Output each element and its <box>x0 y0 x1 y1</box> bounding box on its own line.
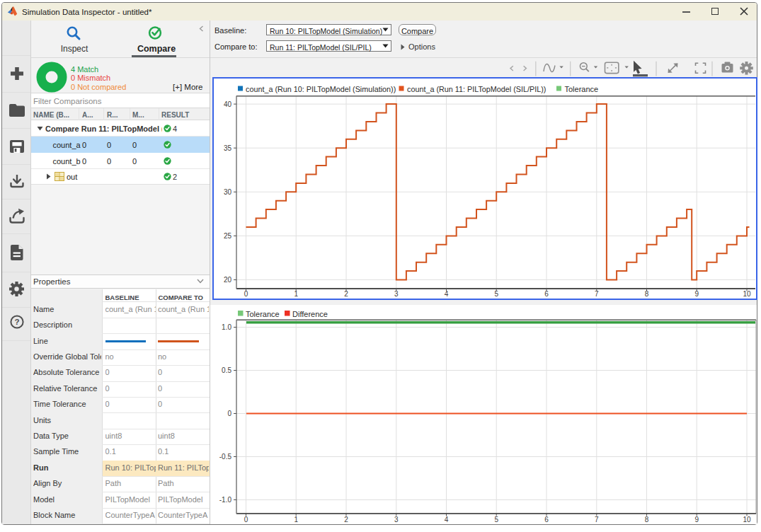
svg-text:20: 20 <box>224 276 232 284</box>
svg-text:7: 7 <box>595 516 599 524</box>
svg-text:1.0: 1.0 <box>222 323 231 331</box>
svg-text:2: 2 <box>344 290 348 298</box>
svg-text:6: 6 <box>544 290 549 298</box>
svg-text:3: 3 <box>394 290 399 298</box>
svg-text:9: 9 <box>694 290 699 298</box>
svg-text:count_a (Run 11: PILTopModel (: count_a (Run 11: PILTopModel (SIL/PIL)) <box>407 85 546 93</box>
svg-text:4: 4 <box>445 290 449 298</box>
svg-text:1: 1 <box>294 290 298 298</box>
svg-text:-1.0: -1.0 <box>219 496 232 504</box>
svg-text:6: 6 <box>544 516 549 524</box>
svg-text:count_a (Run 10: PILTopModel (: count_a (Run 10: PILTopModel (Simulation… <box>246 85 396 93</box>
svg-text:3: 3 <box>394 516 399 524</box>
svg-text:10: 10 <box>743 516 751 524</box>
svg-text:9: 9 <box>694 516 699 524</box>
svg-text:5: 5 <box>494 516 498 524</box>
svg-text:0: 0 <box>244 516 248 524</box>
svg-text:40: 40 <box>224 100 232 108</box>
svg-text:Tolerance: Tolerance <box>565 85 599 93</box>
svg-text:Difference: Difference <box>292 310 328 318</box>
svg-text:2: 2 <box>344 516 348 524</box>
svg-text:8: 8 <box>645 290 649 298</box>
svg-text:0: 0 <box>227 410 231 417</box>
svg-text:Tolerance: Tolerance <box>246 310 280 318</box>
svg-text:?: ? <box>14 318 19 326</box>
svg-text:0.5: 0.5 <box>222 366 231 374</box>
svg-text:5: 5 <box>494 290 498 298</box>
svg-text:7: 7 <box>595 290 599 298</box>
svg-text:30: 30 <box>224 188 232 196</box>
svg-text:8: 8 <box>645 516 649 524</box>
svg-text:1: 1 <box>294 516 298 524</box>
svg-text:25: 25 <box>224 232 232 240</box>
svg-text:10: 10 <box>743 290 751 298</box>
svg-text:4: 4 <box>445 516 449 524</box>
svg-text:-0.5: -0.5 <box>219 453 232 461</box>
svg-text:35: 35 <box>224 144 232 152</box>
svg-text:0: 0 <box>244 290 248 298</box>
